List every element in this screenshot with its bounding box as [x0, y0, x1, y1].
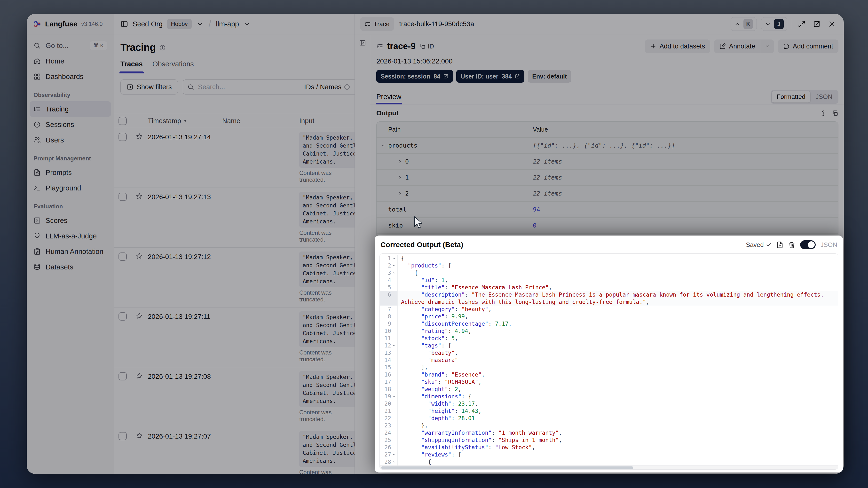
code-content[interactable]: "id": 1,	[398, 276, 838, 284]
code-line: 4 "id": 1,	[380, 276, 838, 284]
line-number: 7	[384, 306, 391, 313]
code-line: 17 "sku": "RCH45Q1A",	[380, 378, 838, 386]
code-line: 16 "brand": "Essence",	[380, 371, 838, 378]
fold-chevron-icon	[392, 264, 396, 268]
line-gutter: 10	[380, 327, 398, 335]
code-content[interactable]: "brand": "Essence",	[398, 371, 838, 378]
line-gutter: 13	[380, 349, 398, 357]
fold-toggle	[392, 422, 397, 429]
code-content[interactable]: "depth": 28.01	[398, 415, 838, 422]
code-content[interactable]: "description": "The Essence Mascara Lash…	[398, 291, 838, 306]
line-gutter: 21	[380, 407, 398, 415]
fold-toggle	[392, 335, 397, 342]
code-content[interactable]: "title": "Essence Mascara Lash Prince",	[398, 284, 838, 291]
line-gutter: 25	[380, 436, 398, 444]
line-number: 27	[384, 451, 391, 458]
fold-toggle[interactable]	[392, 262, 397, 269]
code-content[interactable]: "warrantyInformation": "1 month warranty…	[398, 429, 838, 436]
code-content[interactable]: "beauty",	[398, 349, 838, 357]
scrollbar-thumb[interactable]	[381, 466, 633, 469]
fold-toggle	[392, 444, 397, 451]
code-line: 8 "price": 9.99,	[380, 313, 838, 320]
corrected-output-header: Corrected Output (Beta) Saved JSON	[375, 236, 843, 251]
code-line: 27 "reviews": [	[380, 451, 838, 458]
fold-toggle	[392, 276, 397, 284]
fold-chevron-icon	[392, 453, 396, 457]
code-content[interactable]: "dimensions": {	[398, 393, 838, 400]
code-line: 6 "description": "The Essence Mascara La…	[380, 291, 838, 306]
code-content[interactable]: ],	[398, 364, 838, 371]
code-line: 25 "shippingInformation": "Ships in 1 mo…	[380, 436, 838, 444]
code-content[interactable]: "stock": 5,	[398, 335, 838, 342]
line-gutter: 5	[380, 284, 398, 291]
code-line: 23 },	[380, 422, 838, 429]
toggle-knob	[808, 241, 815, 248]
line-number: 22	[384, 415, 391, 422]
line-gutter: 9	[380, 320, 398, 327]
mouse-cursor	[414, 216, 422, 230]
line-gutter: 6	[380, 291, 398, 306]
horizontal-scrollbar[interactable]	[380, 465, 838, 469]
fold-toggle	[392, 400, 397, 407]
fold-toggle[interactable]	[392, 342, 397, 349]
json-toggle[interactable]	[800, 240, 816, 249]
json-editor[interactable]: 1{2 "products": [3 {4 "id": 1,5 "title":…	[379, 253, 838, 469]
line-gutter: 16	[380, 371, 398, 378]
fold-toggle[interactable]	[392, 393, 397, 400]
code-content[interactable]: "tags": [	[398, 342, 838, 349]
line-gutter: 24	[380, 429, 398, 436]
fold-toggle	[392, 436, 397, 444]
code-content[interactable]: "rating": 4.94,	[398, 327, 838, 335]
code-content[interactable]: "shippingInformation": "Ships in 1 month…	[398, 436, 838, 444]
code-content[interactable]: "sku": "RCH45Q1A",	[398, 378, 838, 386]
code-line: 3 {	[380, 269, 838, 276]
code-content[interactable]: "mascara"	[398, 357, 838, 364]
line-gutter: 23	[380, 422, 398, 429]
code-line: 15 ],	[380, 364, 838, 371]
code-line: 20 "width": 23.17,	[380, 400, 838, 407]
code-content[interactable]: "products": [	[398, 262, 838, 269]
line-number: 25	[384, 436, 391, 444]
fold-toggle	[392, 357, 397, 364]
line-gutter: 17	[380, 378, 398, 386]
fold-toggle[interactable]	[392, 458, 397, 465]
line-number: 19	[384, 393, 391, 400]
line-gutter: 12	[380, 342, 398, 349]
code-content[interactable]: "width": 23.17,	[398, 400, 838, 407]
editor-lines: 1{2 "products": [3 {4 "id": 1,5 "title":…	[380, 254, 838, 465]
code-line: 14 "mascara"	[380, 357, 838, 364]
code-content[interactable]: "price": 9.99,	[398, 313, 838, 320]
line-gutter: 22	[380, 415, 398, 422]
code-content[interactable]: "category": "beauty",	[398, 306, 838, 313]
fold-toggle	[392, 327, 397, 335]
line-gutter: 11	[380, 335, 398, 342]
code-content[interactable]: {	[398, 269, 838, 276]
code-content[interactable]: },	[398, 422, 838, 429]
line-gutter: 27	[380, 451, 398, 458]
code-content[interactable]: {	[398, 255, 838, 262]
line-number: 4	[384, 276, 391, 284]
code-line: 5 "title": "Essence Mascara Lash Prince"…	[380, 284, 838, 291]
fold-toggle[interactable]	[392, 255, 397, 262]
corrected-output-controls: Saved JSON	[746, 240, 837, 249]
line-number: 1	[384, 255, 391, 262]
line-number: 26	[384, 444, 391, 451]
saved-label: Saved	[746, 241, 764, 249]
line-gutter: 15	[380, 364, 398, 371]
line-number: 10	[384, 327, 391, 335]
fold-toggle	[392, 371, 397, 378]
fold-toggle[interactable]	[392, 269, 397, 276]
save-button[interactable]	[776, 241, 783, 248]
code-content[interactable]: "availabilityStatus": "Low Stock",	[398, 444, 838, 451]
code-content[interactable]: "discountPercentage": 7.17,	[398, 320, 838, 327]
code-content[interactable]: "height": 14.43,	[398, 407, 838, 415]
delete-button[interactable]	[788, 241, 795, 248]
fold-toggle	[392, 320, 397, 327]
code-content[interactable]: "reviews": [	[398, 451, 838, 458]
code-content[interactable]: "weight": 2,	[398, 386, 838, 393]
fold-chevron-icon	[392, 395, 396, 398]
code-content[interactable]: {	[398, 458, 838, 465]
fold-toggle[interactable]	[392, 451, 397, 458]
code-line: 9 "discountPercentage": 7.17,	[380, 320, 838, 327]
fold-toggle	[392, 415, 397, 422]
